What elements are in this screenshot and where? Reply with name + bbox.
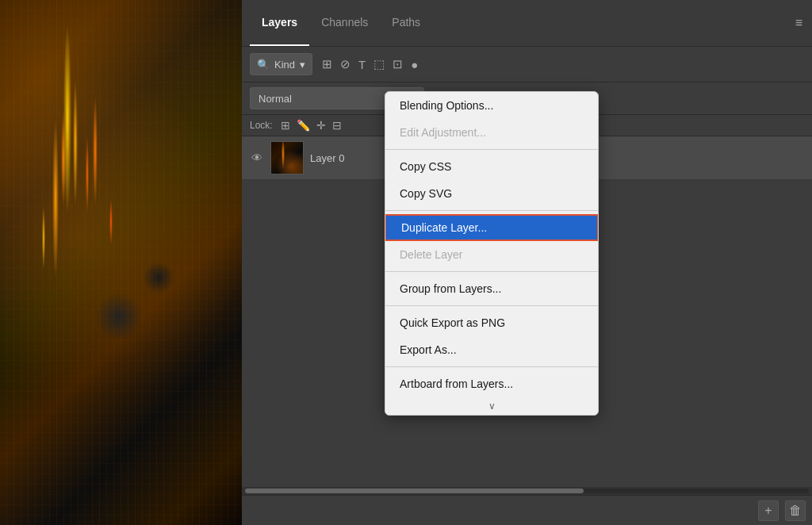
menu-separator-3 [385,271,598,272]
canvas-preview [0,0,242,525]
blend-mode-label: Normal [259,93,292,105]
new-layer-button[interactable]: + [758,500,779,521]
image-filter-icon[interactable]: ⊞ [322,57,332,71]
scrollbar-track [245,489,809,493]
scrollbar-thumb[interactable] [245,489,584,493]
menu-separator-4 [385,305,598,306]
smart-filter-icon[interactable]: ⊡ [393,57,403,71]
menu-item-edit-adjustment: Edit Adjustment... [385,119,598,146]
lock-transparent-icon[interactable]: ⊞ [281,119,290,132]
kind-filter-dropdown[interactable]: 🔍 Kind ▾ [250,53,312,75]
menu-item-artboard-from-layers[interactable]: Artboard from Layers... [385,370,598,397]
lock-artboard-icon[interactable]: ⊟ [332,119,342,132]
city-image-thumbnail [0,0,242,525]
menu-item-blending-options[interactable]: Blending Options... [385,92,598,119]
menu-item-quick-export-png[interactable]: Quick Export as PNG [385,309,598,336]
filter-toggle-icon[interactable]: ● [411,58,418,71]
panel-menu-icon[interactable]: ≡ [795,16,802,30]
filter-icons: ⊞ ⊘ T ⬚ ⊡ ● [322,57,418,71]
panel-tabs: Layers Channels Paths ≡ [242,0,812,47]
lock-label: Lock: [250,120,273,131]
menu-item-delete-layer: Delete Layer [385,241,598,268]
tab-layers[interactable]: Layers [250,0,309,46]
kind-label: Kind [274,59,295,71]
menu-item-copy-css[interactable]: Copy CSS [385,153,598,180]
menu-item-copy-svg[interactable]: Copy SVG [385,180,598,207]
dropdown-arrow-icon: ▾ [300,59,305,71]
menu-item-export-as[interactable]: Export As... [385,336,598,363]
menu-item-group-from-layers[interactable]: Group from Layers... [385,275,598,302]
menu-more-indicator[interactable]: ∨ [385,397,598,415]
delete-layer-button[interactable]: 🗑 [785,500,806,521]
menu-separator-5 [385,366,598,367]
layer-visibility-toggle[interactable]: 👁 [250,151,264,164]
menu-item-duplicate-layer[interactable]: Duplicate Layer... [385,214,599,241]
shape-filter-icon[interactable]: ⬚ [373,57,385,71]
tab-paths[interactable]: Paths [380,0,432,46]
tab-channels[interactable]: Channels [309,0,380,46]
lock-image-icon[interactable]: ✏️ [297,119,310,132]
trash-icon: 🗑 [789,504,802,518]
lock-position-icon[interactable]: ✛ [316,119,326,132]
menu-separator-1 [385,149,598,150]
lock-icons: ⊞ ✏️ ✛ ⊟ [281,119,342,132]
context-menu: Blending Options... Edit Adjustment... C… [385,91,599,416]
type-filter-icon[interactable]: T [358,58,366,71]
horizontal-scrollbar[interactable] [242,487,812,495]
search-icon: 🔍 [257,59,270,71]
layers-panel: Layers Channels Paths ≡ 🔍 Kind ▾ ⊞ ⊘ T ⬚… [242,0,812,525]
adjustment-filter-icon[interactable]: ⊘ [340,57,350,71]
panel-bottom-toolbar: + 🗑 [242,495,812,525]
layer-thumbnail [270,141,304,174]
layer-name: Layer 0 [310,152,344,164]
filter-bar: 🔍 Kind ▾ ⊞ ⊘ T ⬚ ⊡ ● [242,47,812,82]
menu-separator-2 [385,210,598,211]
